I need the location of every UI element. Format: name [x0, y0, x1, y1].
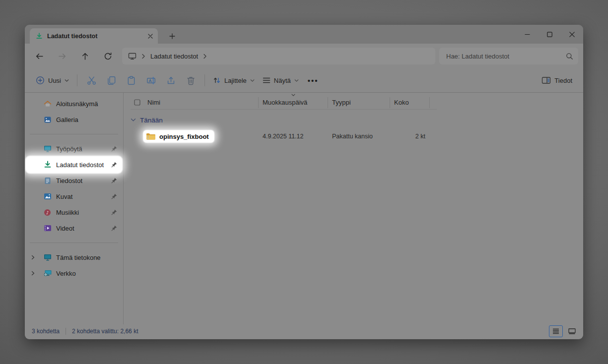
sidebar-item-network[interactable]: Verkko: [26, 265, 122, 281]
sidebar: Aloitusnäkymä Galleria Työpöytä: [25, 93, 124, 324]
chevron-down-icon[interactable]: [131, 118, 136, 122]
new-button-label: Uusi: [48, 77, 61, 84]
column-header-modified[interactable]: Muokkauspäivä: [259, 97, 328, 108]
sort-button[interactable]: Lajittele: [209, 71, 259, 89]
view-button-label: Näytä: [274, 77, 291, 84]
sidebar-item-label: Videot: [56, 225, 74, 232]
sidebar-item-pictures[interactable]: Kuvat: [26, 188, 122, 204]
pin-icon: [111, 178, 117, 183]
downloads-icon: [36, 33, 43, 40]
view-button[interactable]: Näytä: [259, 71, 303, 89]
address-bar[interactable]: Ladatut tiedostot: [122, 48, 435, 64]
sidebar-item-music[interactable]: ♪ Musiikki: [26, 204, 122, 220]
sidebar-item-this-pc[interactable]: Tämä tietokone: [26, 249, 122, 265]
gallery-icon: [43, 116, 52, 124]
thumbnail-view-toggle[interactable]: [565, 326, 578, 337]
forward-button[interactable]: [51, 47, 73, 65]
breadcrumb-item[interactable]: Ladatut tiedostot: [150, 53, 198, 60]
sidebar-item-desktop[interactable]: Työpöytä: [26, 141, 122, 157]
pin-icon: [111, 209, 117, 215]
sort-arrows-icon: [213, 76, 221, 84]
details-view-toggle[interactable]: [549, 325, 563, 337]
sidebar-item-home[interactable]: Aloitusnäkymä: [26, 96, 122, 112]
more-options-button[interactable]: •••: [303, 76, 324, 85]
copy-button[interactable]: [101, 71, 121, 89]
paste-button[interactable]: [121, 71, 141, 89]
close-button[interactable]: [561, 25, 583, 44]
sidebar-item-label: Ladatut tiedostot: [56, 161, 104, 169]
chevron-right-icon[interactable]: [203, 54, 207, 59]
videos-icon: [43, 224, 52, 233]
sidebar-item-label: Aloitusnäkymä: [56, 100, 98, 108]
file-name-cell[interactable]: opinsys_fixboot: [143, 130, 259, 142]
chevron-down-icon: [294, 79, 299, 82]
maximize-button[interactable]: [539, 25, 561, 44]
zip-folder-icon: [146, 132, 156, 140]
file-type: Pakattu kansio: [328, 133, 390, 140]
command-toolbar: Uusi: [25, 68, 583, 93]
file-highlight-annotation[interactable]: opinsys_fixboot: [143, 130, 214, 142]
delete-button[interactable]: [181, 71, 201, 89]
pin-icon: [111, 193, 117, 199]
file-size: 2 kt: [390, 133, 430, 140]
list-lines-icon: [263, 77, 270, 84]
screenshot-stage: Ladatut tiedostot: [0, 0, 608, 364]
search-icon: [566, 53, 573, 60]
navigation-bar: Ladatut tiedostot: [25, 44, 583, 68]
minimize-button[interactable]: [516, 25, 539, 44]
file-row[interactable]: opinsys_fixboot 4.9.2025 11.12 Pakattu k…: [131, 128, 583, 144]
desktop-icon: [43, 145, 52, 153]
refresh-button[interactable]: [96, 47, 119, 65]
sidebar-item-label: Tiedostot: [56, 177, 82, 184]
new-tab-button[interactable]: [164, 28, 181, 44]
documents-icon: [43, 177, 52, 185]
file-list-pane: Nimi Muokkauspäivä Tyyppi Koko T: [124, 93, 583, 324]
sort-direction-icon: [291, 94, 295, 97]
rename-button[interactable]: [141, 71, 161, 89]
pin-icon: [111, 146, 117, 152]
up-button[interactable]: [73, 47, 96, 65]
sidebar-item-label: Verkko: [56, 270, 76, 277]
this-pc-icon: [43, 253, 52, 262]
search-box[interactable]: [439, 48, 578, 64]
sidebar-item-gallery[interactable]: Galleria: [26, 112, 122, 127]
details-pane-button[interactable]: Tiedot: [538, 71, 576, 89]
column-header-name[interactable]: Nimi: [143, 97, 259, 108]
sort-button-label: Lajittele: [224, 77, 247, 84]
select-all-checkbox[interactable]: [131, 97, 143, 108]
sidebar-item-label: Galleria: [56, 116, 78, 123]
sidebar-divider: [30, 134, 118, 134]
home-icon: [43, 100, 52, 108]
group-header-today[interactable]: Tänään: [131, 112, 583, 128]
chevron-down-icon: [250, 79, 255, 82]
sidebar-item-videos[interactable]: Videot: [26, 220, 122, 236]
tab-title: Ladatut tiedostot: [47, 33, 143, 40]
sidebar-item-documents[interactable]: Tiedostot: [26, 173, 122, 188]
pin-icon: [111, 225, 117, 231]
status-divider: [66, 328, 66, 335]
tab-bar: Ladatut tiedostot: [25, 25, 583, 44]
sidebar-item-label: Kuvat: [56, 193, 72, 200]
column-header-size[interactable]: Koko: [390, 97, 430, 108]
sidebar-item-downloads[interactable]: Ladatut tiedostot: [26, 157, 122, 173]
tab-ladatut-tiedostot[interactable]: Ladatut tiedostot: [30, 28, 158, 44]
chevron-right-icon[interactable]: [141, 54, 145, 59]
column-header-type[interactable]: Tyyppi: [328, 97, 390, 108]
share-button[interactable]: [161, 71, 181, 89]
new-button[interactable]: Uusi: [32, 71, 73, 89]
back-button[interactable]: [28, 47, 51, 65]
cut-button[interactable]: [81, 71, 101, 89]
tab-close-icon[interactable]: [148, 34, 153, 39]
pin-icon: [111, 162, 117, 168]
expand-chevron-icon[interactable]: [31, 255, 35, 260]
sidebar-item-label: Työpöytä: [56, 145, 82, 153]
this-pc-icon: [128, 53, 136, 60]
expand-chevron-icon[interactable]: [31, 271, 35, 276]
item-count: 3 kohdetta: [32, 328, 60, 335]
svg-text:♪: ♪: [46, 210, 49, 215]
sidebar-item-label: Musiikki: [56, 209, 79, 216]
search-input[interactable]: [445, 52, 566, 61]
window-body: Aloitusnäkymä Galleria Työpöytä: [25, 93, 583, 324]
file-modified: 4.9.2025 11.12: [259, 133, 328, 140]
status-bar: 3 kohdetta 2 kohdetta valittu: 2,66 kt: [25, 324, 583, 339]
